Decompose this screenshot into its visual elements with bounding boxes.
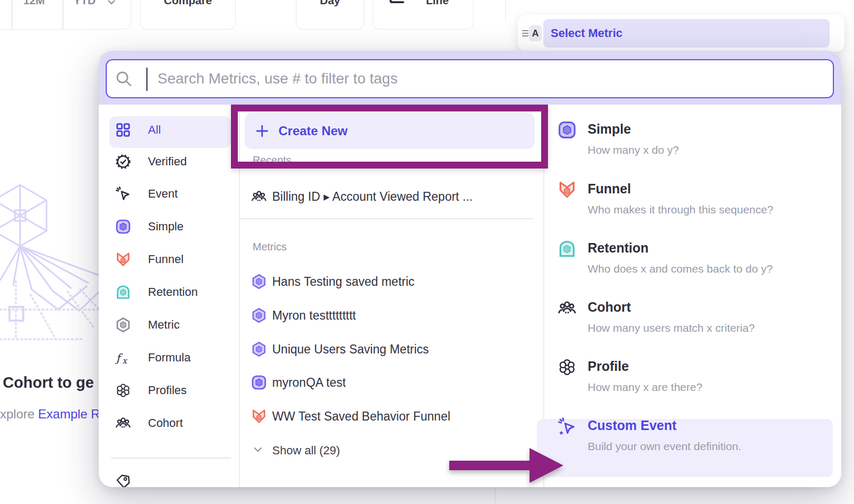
funnel-icon	[115, 251, 131, 267]
select-metric-button[interactable]: Select Metric	[543, 19, 830, 48]
grid-icon	[115, 122, 131, 138]
event-cursor-icon	[115, 186, 131, 202]
sidebar-item-cohort[interactable]: Cohort	[105, 408, 235, 438]
retention-icon	[558, 239, 577, 258]
cohort-people-icon	[558, 298, 577, 318]
section-divider	[240, 218, 534, 219]
metric-list-item[interactable]: Myron testtttttttt	[245, 302, 534, 329]
metric-list-item[interactable]: Unique Users Saving Metrics	[245, 335, 534, 363]
type-option-simple[interactable]: Simple How many x do y?	[548, 118, 833, 169]
sidebar-item-funnel[interactable]: Funnel	[105, 245, 235, 274]
line-label: Line	[426, 0, 449, 7]
metric-list-item[interactable]: WW Test Saved Behavior Funnel	[245, 403, 534, 430]
chevron-down-icon	[107, 0, 116, 5]
retention-icon	[115, 284, 131, 300]
background-headline: r Cohort to ge	[0, 374, 98, 395]
funnel-icon	[251, 408, 267, 424]
sidebar-item-retention[interactable]: Retention	[105, 277, 235, 307]
type-option-cohort[interactable]: Cohort How many users match x criteria?	[548, 296, 833, 347]
type-option-profile[interactable]: Profile How many x are there?	[548, 356, 833, 406]
sidebar-item-verified[interactable]: Verified	[105, 147, 235, 176]
sidebar-divider	[111, 458, 231, 459]
background-subline: xplore Example R	[0, 407, 98, 425]
date-range-group[interactable]: 12M YTD	[0, 0, 131, 30]
saved-metric-hexagon-icon	[251, 274, 267, 290]
search-input[interactable]	[106, 59, 834, 98]
profiles-cluster-icon	[558, 358, 577, 377]
recent-item-row[interactable]: Billing ID ▸ Account Viewed Report ...	[245, 183, 534, 210]
sidebar-item-event[interactable]: Event	[105, 179, 235, 209]
formula-fx-icon: ƒ x	[115, 350, 131, 366]
metric-hexagon-icon	[115, 317, 131, 333]
sidebar-item-profiles[interactable]: Profiles	[105, 376, 235, 405]
simple-metric-icon	[115, 219, 131, 235]
type-option-custom-event[interactable]: Custom Event Build your own event defini…	[548, 415, 833, 465]
page-divider-bottom	[495, 484, 495, 504]
type-option-funnel[interactable]: Funnel Who makes it through this sequenc…	[548, 178, 833, 229]
compare-label: Compare	[164, 0, 212, 7]
metric-list-item[interactable]: myronQA test	[245, 369, 534, 396]
search-icon	[115, 70, 132, 87]
sidebar-item-metric[interactable]: Metric	[105, 310, 235, 340]
line-chart-icon	[388, 0, 406, 6]
metric-slot-card: A Select Metric	[518, 15, 844, 52]
svg-text:ƒ: ƒ	[115, 352, 123, 365]
tags-icon-partial	[115, 473, 131, 487]
metrics-section-label: Metrics	[253, 241, 286, 253]
chevron-down-icon	[253, 446, 263, 453]
wireframe-illustration	[0, 178, 100, 342]
text-cursor	[146, 68, 147, 91]
annotation-rectangle	[231, 105, 548, 169]
cohort-people-icon	[251, 189, 267, 204]
simple-metric-icon	[251, 375, 267, 390]
saved-metric-hexagon-icon	[251, 341, 267, 357]
day-label: Day	[320, 0, 340, 7]
sidebar-item-simple[interactable]: Simple	[105, 212, 235, 241]
subline-text: xplore	[0, 407, 38, 421]
svg-text:x: x	[123, 356, 128, 366]
compare-button[interactable]: Compare	[140, 0, 236, 30]
arrow-shaft	[449, 461, 530, 470]
funnel-icon	[558, 180, 577, 199]
segment-divider	[62, 0, 63, 29]
drag-handle-icon[interactable]	[521, 29, 530, 38]
custom-event-icon	[558, 417, 577, 436]
saved-metric-hexagon-icon	[251, 307, 267, 323]
sidebar-item-all[interactable]: All	[105, 115, 235, 145]
type-option-retention[interactable]: Retention Who does x and comes back to d…	[548, 237, 833, 288]
cohort-people-icon	[115, 415, 131, 431]
verified-badge-icon	[115, 154, 131, 170]
series-a-badge: A	[529, 25, 542, 41]
range-12m-button[interactable]: 12M	[23, 0, 45, 7]
day-button[interactable]: Day	[296, 0, 364, 30]
page-divider-top	[505, 0, 506, 21]
metric-list-item[interactable]: Hans Testing saved metric	[245, 268, 534, 295]
arrow-head	[530, 448, 563, 483]
range-ytd-button[interactable]: YTD	[73, 0, 96, 7]
simple-metric-icon	[558, 120, 577, 139]
line-chart-button[interactable]: Line	[373, 0, 474, 30]
segment-divider	[12, 0, 13, 29]
sidebar-item-formula[interactable]: ƒ x Formula	[105, 343, 235, 372]
select-metric-label: Select Metric	[551, 26, 623, 40]
show-all-button[interactable]: Show all (29)	[245, 437, 456, 464]
example-link[interactable]: Example R	[38, 407, 98, 421]
profiles-cluster-icon	[115, 382, 131, 398]
